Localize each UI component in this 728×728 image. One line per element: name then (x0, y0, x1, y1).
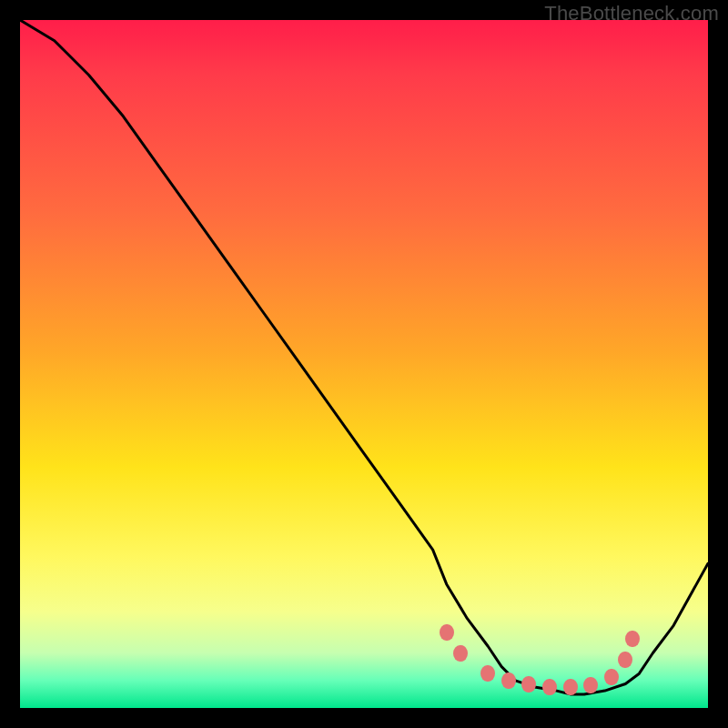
plot-area (20, 20, 708, 708)
marker-dot (542, 679, 557, 695)
chart-frame: TheBottleneck.com (0, 0, 728, 728)
marker-dot (440, 624, 454, 641)
marker-dot (480, 665, 495, 682)
marker-dot (501, 672, 516, 689)
marker-dot (521, 676, 536, 693)
marker-dot (583, 677, 598, 693)
marker-dot (604, 669, 619, 685)
marker-dot (563, 679, 578, 695)
marker-dot (453, 645, 468, 662)
marker-dot (618, 652, 632, 668)
marker-dot (625, 631, 640, 647)
curve-line (20, 20, 708, 708)
